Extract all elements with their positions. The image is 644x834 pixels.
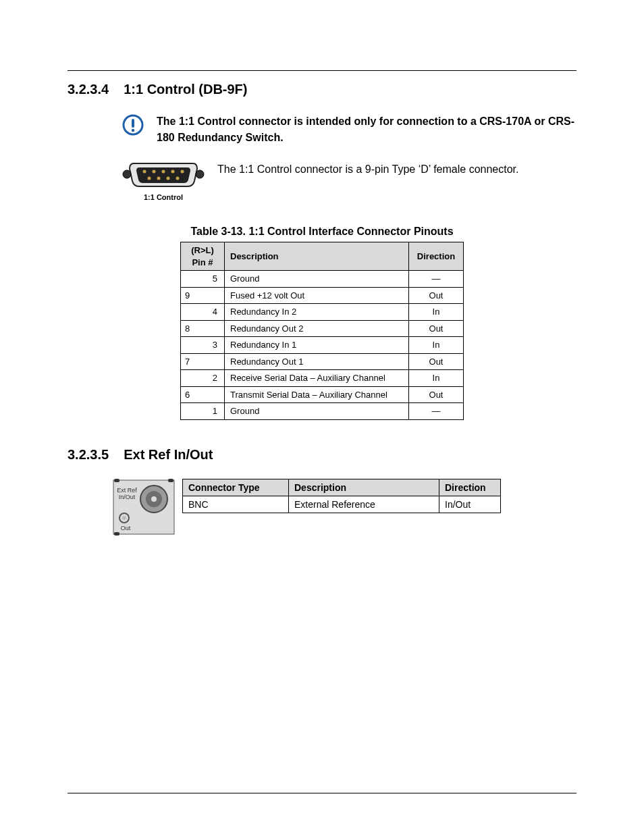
cell-dir: Out — [409, 386, 464, 403]
svg-text:In/Out: In/Out — [119, 494, 136, 500]
table-row: 7Redundancy Out 1Out — [181, 353, 464, 370]
cell-type: BNC — [183, 496, 289, 513]
figure-caption: 1:1 Control — [122, 193, 205, 201]
db9-connector-figure: 1:1 Control — [122, 159, 205, 201]
cell-dir: Out — [409, 353, 464, 370]
cell-pin: 6 — [181, 386, 225, 403]
cell-dir: Out — [409, 320, 464, 337]
table-row: 9Fused +12 volt OutOut — [181, 287, 464, 304]
cell-desc: Ground — [225, 271, 409, 288]
svg-point-20 — [151, 496, 157, 502]
section-heading-control: 3.2.3.41:1 Control (DB-9F) — [68, 82, 576, 97]
svg-point-8 — [171, 170, 175, 174]
svg-point-22 — [122, 516, 126, 520]
svg-point-7 — [162, 170, 165, 174]
svg-point-9 — [181, 170, 184, 174]
cell-pin: 7 — [181, 353, 225, 370]
cell-pin: 2 — [181, 370, 225, 387]
svg-rect-1 — [132, 119, 134, 128]
svg-point-6 — [153, 170, 156, 174]
section-number: 3.2.3.4 — [68, 82, 109, 97]
extref-table-wrapper: Connector Type Description Direction BNC… — [182, 479, 501, 513]
cell-desc: External Reference — [289, 496, 439, 513]
table-row: 2Receive Serial Data – Auxiliary Channel… — [181, 370, 464, 387]
cell-dir: In — [409, 370, 464, 387]
svg-point-13 — [176, 177, 180, 180]
col-header-desc: Description — [225, 242, 409, 271]
cell-desc: Redundancy Out 1 — [225, 353, 409, 370]
svg-point-2 — [132, 129, 134, 132]
section-title: Ext Ref In/Out — [124, 447, 213, 462]
svg-text:Out: Out — [121, 525, 131, 531]
table-row: 4Redundancy In 2In — [181, 304, 464, 321]
svg-rect-16 — [168, 479, 173, 482]
cell-pin: 1 — [181, 403, 225, 420]
cell-desc: Transmit Serial Data – Auxiliary Channel — [225, 386, 409, 403]
cell-pin: 5 — [181, 271, 225, 288]
connector-figure-row: 1:1 Control The 1:1 Control connector is… — [122, 159, 576, 201]
table-header-row: (R>L) Pin # Description Direction — [181, 242, 464, 271]
svg-point-11 — [157, 177, 161, 180]
cell-dir: Out — [409, 287, 464, 304]
footer-rule — [68, 793, 576, 793]
header-rule — [68, 70, 576, 71]
col-header-dir: Direction — [409, 242, 464, 271]
table-row: BNCExternal ReferenceIn/Out — [183, 496, 501, 513]
cell-dir: In — [409, 337, 464, 354]
cell-pin: 8 — [181, 320, 225, 337]
table-row: 5Ground— — [181, 271, 464, 288]
col-header-desc: Description — [289, 479, 439, 496]
svg-point-12 — [167, 177, 170, 180]
cell-dir: In — [409, 304, 464, 321]
section-title: 1:1 Control (DB-9F) — [124, 82, 247, 97]
table-header-row: Connector Type Description Direction — [183, 479, 501, 496]
cell-dir: In/Out — [439, 496, 501, 513]
cell-desc: Ground — [225, 403, 409, 420]
svg-point-4 — [196, 170, 204, 178]
svg-rect-15 — [114, 479, 119, 482]
connector-description: The 1:1 Control connector is a 9-pin Typ… — [217, 159, 518, 176]
section-number: 3.2.3.5 — [68, 447, 109, 462]
cell-desc: Redundancy Out 2 — [225, 320, 409, 337]
table-row: 1Ground— — [181, 403, 464, 420]
svg-point-10 — [148, 177, 151, 180]
svg-point-5 — [143, 170, 146, 174]
db9-connector-icon — [122, 159, 205, 192]
cell-dir: — — [409, 403, 464, 420]
col-header-pin: (R>L) Pin # — [181, 242, 225, 271]
cell-desc: Receive Serial Data – Auxiliary Channel — [225, 370, 409, 387]
info-alert-icon — [122, 113, 144, 136]
col-header-type: Connector Type — [183, 479, 289, 496]
svg-rect-17 — [114, 532, 119, 536]
cell-desc: Redundancy In 1 — [225, 337, 409, 354]
cell-dir: — — [409, 271, 464, 288]
table-caption: Table 3-13. 1:1 Control Interface Connec… — [68, 226, 576, 238]
cell-pin: 9 — [181, 287, 225, 304]
note-text: The 1:1 Control connector is intended on… — [157, 113, 576, 146]
svg-text:Ext Ref: Ext Ref — [117, 487, 137, 494]
section-heading-extref: 3.2.3.5Ext Ref In/Out — [68, 447, 576, 463]
extref-panel-figure: Ext Ref In/Out Out — [112, 479, 176, 538]
document-page: 3.2.3.41:1 Control (DB-9F) The 1:1 Contr… — [0, 0, 644, 834]
col-header-dir: Direction — [439, 479, 501, 496]
important-note: The 1:1 Control connector is intended on… — [122, 113, 576, 146]
cell-pin: 4 — [181, 304, 225, 321]
cell-desc: Fused +12 volt Out — [225, 287, 409, 304]
table-row: 6Transmit Serial Data – Auxiliary Channe… — [181, 386, 464, 403]
cell-pin: 3 — [181, 337, 225, 354]
extref-table: Connector Type Description Direction BNC… — [182, 479, 501, 513]
table-row: 8Redundancy Out 2Out — [181, 320, 464, 337]
extref-row: Ext Ref In/Out Out Connector Type Descri… — [112, 479, 576, 538]
cell-desc: Redundancy In 2 — [225, 304, 409, 321]
svg-point-3 — [123, 170, 131, 178]
table-row: 3Redundancy In 1In — [181, 337, 464, 354]
pinout-table: (R>L) Pin # Description Direction 5Groun… — [180, 242, 464, 420]
